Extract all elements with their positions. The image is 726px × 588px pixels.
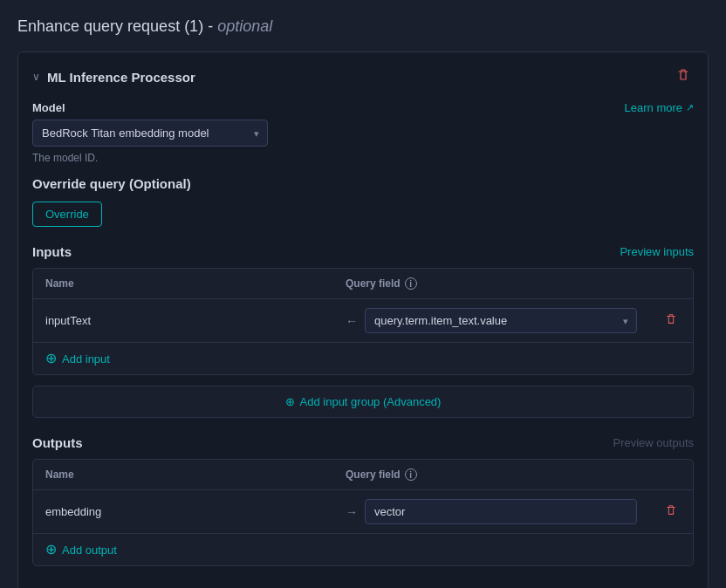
outputs-table-divider <box>33 533 693 534</box>
model-label: Model <box>32 101 65 114</box>
output-name-0: embedding <box>45 505 337 518</box>
query-field-info-icon[interactable]: i <box>405 277 417 290</box>
add-output-plus-icon: ⊕ <box>45 543 57 557</box>
input-query-select-wrapper-0: query.term.item_text.value ▾ <box>365 308 637 333</box>
input-row-0: inputText ← query.term.item_text.value ▾ <box>33 299 693 342</box>
add-input-group-button[interactable]: ⊕ Add input group (Advanced) <box>32 386 694 418</box>
input-name-0: inputText <box>45 314 337 327</box>
outputs-section-label: Outputs <box>32 435 83 450</box>
override-button[interactable]: Override <box>32 202 102 227</box>
learn-more-link[interactable]: Learn more ↗ <box>625 101 694 114</box>
inputs-section-row: Inputs Preview inputs <box>32 244 694 259</box>
input-query-select-0[interactable]: query.term.item_text.value <box>365 308 637 333</box>
inputs-queryfield-header: Query field i <box>346 277 637 290</box>
add-input-button[interactable]: ⊕ Add input <box>33 343 122 374</box>
outputs-section-row: Outputs Preview outputs <box>32 435 694 450</box>
panel-title: ML Inference Processor <box>47 70 195 85</box>
override-section-label: Override query (Optional) <box>32 176 694 191</box>
add-output-button[interactable]: ⊕ Add output <box>33 534 129 565</box>
inputs-name-header: Name <box>45 277 337 290</box>
inputs-table-header: Name Query field i <box>33 269 693 299</box>
page-title: Enhance query request (1) - optional <box>17 17 709 36</box>
trash-icon-output <box>665 504 677 516</box>
output-query-input-0[interactable] <box>365 499 637 524</box>
output-row-0: embedding → <box>33 490 693 533</box>
external-link-icon: ↗ <box>686 102 694 113</box>
outputs-table: Name Query field i embedding → <box>32 459 694 566</box>
preview-outputs-button[interactable]: Preview outputs <box>613 436 695 449</box>
output-query-field-0: → <box>346 499 637 524</box>
model-select-wrapper: BedRock Titan embedding model ▾ <box>32 120 268 147</box>
input-row-0-delete-button[interactable] <box>661 311 681 331</box>
trash-icon-input <box>665 313 677 325</box>
output-query-field-info-icon[interactable]: i <box>405 468 417 481</box>
trash-icon <box>676 68 690 82</box>
panel-header: ∨ ML Inference Processor <box>32 66 694 87</box>
output-row-0-actions <box>646 503 681 522</box>
input-query-field-0: ← query.term.item_text.value ▾ <box>346 308 637 333</box>
panel-header-left: ∨ ML Inference Processor <box>32 70 195 85</box>
arrow-left-icon: ← <box>346 314 358 328</box>
add-input-plus-icon: ⊕ <box>45 352 57 366</box>
model-field-row: Model Learn more ↗ <box>32 101 694 114</box>
outputs-table-header: Name Query field i <box>33 460 693 490</box>
panel-delete-button[interactable] <box>673 66 694 87</box>
page-container: Enhance query request (1) - optional ∨ M… <box>0 0 726 588</box>
inputs-table-divider <box>33 342 693 343</box>
model-select[interactable]: BedRock Titan embedding model <box>32 120 268 147</box>
outputs-name-header: Name <box>45 468 337 481</box>
add-group-plus-icon: ⊕ <box>285 395 295 408</box>
ml-inference-panel: ∨ ML Inference Processor Model Learn mor… <box>17 51 709 588</box>
preview-inputs-button[interactable]: Preview inputs <box>620 245 694 258</box>
arrow-right-icon: → <box>346 505 358 519</box>
outputs-queryfield-header: Query field i <box>346 468 637 481</box>
inputs-section-label: Inputs <box>32 244 72 259</box>
collapse-icon[interactable]: ∨ <box>32 71 40 83</box>
inputs-table: Name Query field i inputText ← query.ter… <box>32 268 694 375</box>
output-row-0-delete-button[interactable] <box>661 503 681 522</box>
input-row-0-actions <box>646 311 681 331</box>
model-helper-text: The model ID. <box>32 152 694 164</box>
